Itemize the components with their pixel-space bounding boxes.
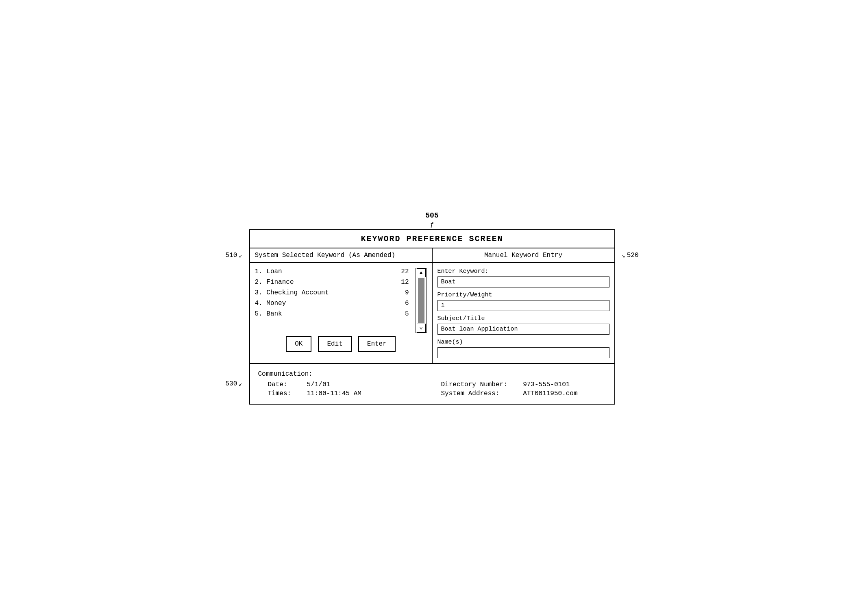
enter-button[interactable]: Enter — [358, 336, 396, 352]
names-group: Name(s) — [437, 339, 609, 358]
scroll-track — [418, 278, 424, 323]
times-row: Times: 11:00-11:45 AM — [268, 390, 433, 397]
priority-input[interactable] — [437, 300, 609, 311]
directory-value: 973-555-0101 — [523, 381, 570, 388]
label-520: ↘ 520 — [622, 252, 638, 259]
communication-title: Communication: — [258, 370, 606, 378]
address-row: System Address: ATT0011950.com — [441, 390, 606, 397]
subject-label: Subject/Title — [437, 315, 609, 322]
list-item: 3. Checking Account 9 — [255, 289, 412, 296]
priority-label: Priority/Weight — [437, 292, 609, 298]
action-buttons: OK Edit Enter — [255, 336, 427, 352]
list-item: 4. Money 6 — [255, 300, 412, 307]
list-item: 2. Finance 12 — [255, 279, 412, 286]
enter-keyword-input[interactable] — [437, 276, 609, 287]
scroll-up-button[interactable]: ▲ — [417, 268, 426, 277]
address-label: System Address: — [441, 390, 500, 397]
times-label: Times: — [268, 390, 292, 397]
subject-title-group: Subject/Title — [437, 315, 609, 335]
list-item: 5. Bank 5 — [255, 310, 412, 318]
date-label: Date: — [268, 381, 287, 388]
scrollbar[interactable]: ▲ ▽ — [416, 268, 427, 333]
names-label: Name(s) — [437, 339, 609, 346]
address-value: ATT0011950.com — [523, 390, 577, 397]
label-530: 530 ↙ — [226, 380, 242, 387]
right-panel: Enter Keyword: Priority/Weight Subject/T… — [433, 263, 614, 363]
left-panel: 1. Loan 22 2. Finance 12 3. Checking Acc… — [250, 263, 433, 363]
directory-row: Directory Number: 973-555-0101 — [441, 381, 606, 388]
label-510: 510 ↙ — [226, 252, 242, 259]
screen-title: KEYWORD PREFERENCE SCREEN — [250, 230, 614, 248]
column-header-left: System Selected Keyword (As Amended) — [250, 248, 433, 262]
edit-button[interactable]: Edit — [318, 336, 351, 352]
subject-input[interactable] — [437, 324, 609, 335]
priority-weight-group: Priority/Weight — [437, 292, 609, 311]
label-505: 505 — [249, 211, 615, 220]
arrow-indicator: ƒ — [249, 221, 615, 229]
enter-keyword-label: Enter Keyword: — [437, 268, 609, 275]
ok-button[interactable]: OK — [286, 336, 311, 352]
communication-section: Communication: Date: 5/1/01 Directory Nu… — [250, 364, 614, 404]
keyword-list: 1. Loan 22 2. Finance 12 3. Checking Acc… — [255, 268, 412, 327]
list-item: 1. Loan 22 — [255, 268, 412, 275]
names-input[interactable] — [437, 347, 609, 358]
date-row: Date: 5/1/01 — [268, 381, 433, 388]
scroll-down-button[interactable]: ▽ — [417, 324, 426, 333]
date-value: 5/1/01 — [307, 381, 331, 388]
directory-label: Directory Number: — [441, 381, 507, 388]
enter-keyword-group: Enter Keyword: — [437, 268, 609, 287]
column-header-right: Manuel Keyword Entry — [433, 248, 614, 262]
times-value: 11:00-11:45 AM — [307, 390, 361, 397]
